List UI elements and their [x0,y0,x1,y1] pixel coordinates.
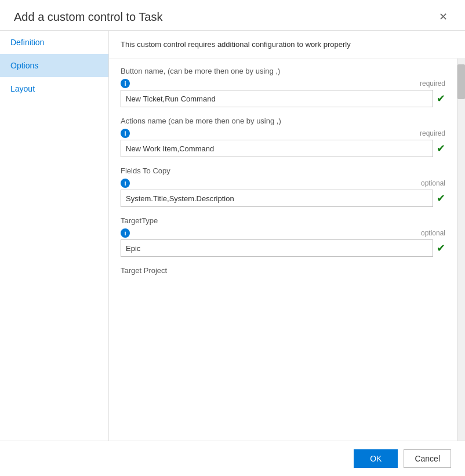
scrollbar-track[interactable] [457,59,465,441]
cancel-button[interactable]: Cancel [404,449,451,468]
scrollbar-thumb[interactable] [457,64,465,99]
close-button[interactable]: ✕ [435,9,451,24]
scrollable-area: Button name, (can be more then one by us… [109,59,457,441]
actions-name-check-icon: ✔ [437,142,445,155]
button-name-info: i [121,79,130,88]
actions-name-required: required [420,129,445,137]
target-type-info: i [121,228,130,238]
target-type-check-icon: ✔ [437,242,445,255]
actions-name-input-wrapper: ✔ [121,140,445,157]
sidebar-item-layout[interactable]: Layout [0,77,108,100]
fields-to-copy-info-icon: i [121,179,130,188]
button-name-info-icon: i [121,79,130,88]
scrollable-outer: Button name, (can be more then one by us… [109,59,465,441]
target-type-row: i optional [121,228,445,238]
actions-name-input[interactable] [121,140,433,157]
field-button-name: Button name, (can be more then one by us… [121,67,445,107]
fields-to-copy-label: Fields To Copy [121,166,445,175]
sidebar-item-definition[interactable]: Definition [0,31,108,54]
main-content: This custom control requires additional … [109,31,465,441]
field-target-type: TargetType i optional ✔ [121,216,445,257]
actions-name-label: Actions name (can be more then one by us… [121,117,445,125]
info-banner: This custom control requires additional … [109,31,465,59]
dialog-header: Add a custom control to Task ✕ [0,0,465,30]
target-type-label: TargetType [121,216,445,225]
button-name-check-icon: ✔ [437,92,445,105]
button-name-label: Button name, (can be more then one by us… [121,67,445,75]
field-actions-name: Actions name (can be more then one by us… [121,117,445,157]
target-project-label: Target Project [121,266,445,275]
sidebar: Definition Options Layout [0,31,109,441]
fields-to-copy-check-icon: ✔ [437,192,445,205]
target-type-input-wrapper: ✔ [121,239,445,257]
fields-to-copy-optional: optional [421,179,445,187]
field-fields-to-copy: Fields To Copy i optional ✔ [121,166,445,207]
button-name-input-wrapper: ✔ [121,90,445,107]
dialog: Add a custom control to Task ✕ Definitio… [0,0,465,476]
ok-button[interactable]: OK [354,449,398,468]
actions-name-info: i [121,129,130,138]
actions-name-row: i required [121,129,445,138]
fields-to-copy-row: i optional [121,179,445,188]
button-name-required: required [420,79,445,88]
dialog-body: Definition Options Layout This custom co… [0,30,465,441]
sidebar-item-options[interactable]: Options [0,54,108,77]
dialog-footer: OK Cancel [0,441,465,476]
fields-to-copy-info: i [121,179,130,188]
target-type-info-icon: i [121,228,130,238]
fields-to-copy-input[interactable] [121,190,433,207]
target-type-input[interactable] [121,239,433,257]
button-name-row: i required [121,79,445,88]
dialog-title: Add a custom control to Task [14,10,162,24]
fields-to-copy-input-wrapper: ✔ [121,190,445,207]
field-target-project: Target Project [121,266,445,275]
actions-name-info-icon: i [121,129,130,138]
button-name-input[interactable] [121,90,433,107]
target-type-optional: optional [421,229,445,237]
